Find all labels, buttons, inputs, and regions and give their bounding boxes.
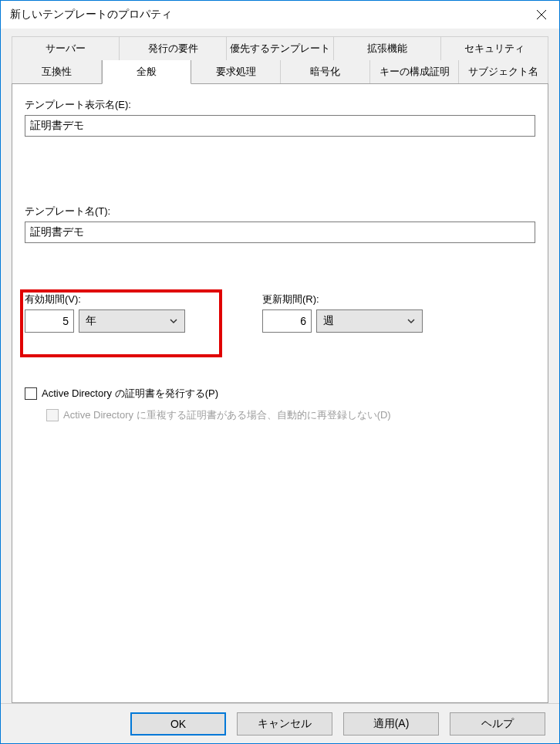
tab-container: サーバー 発行の要件 優先するテンプレート 拡張機能 セキュリティ 互換性 全般… — [12, 36, 548, 83]
tab-superseded[interactable]: 優先するテンプレート — [227, 36, 334, 60]
tab-issuance[interactable]: 発行の要件 — [120, 36, 227, 60]
ad-publish-checkbox[interactable] — [25, 387, 37, 400]
cancel-label: キャンセル — [258, 717, 312, 731]
period-row: 有効期間(V): 年 更新期間(R): 週 — [25, 293, 535, 333]
apply-label: 適用(A) — [373, 717, 410, 731]
validity-value-input[interactable] — [25, 309, 74, 333]
chevron-down-icon — [407, 316, 416, 326]
validity-unit-value: 年 — [86, 314, 96, 328]
renewal-value-input[interactable] — [262, 309, 312, 333]
validity-unit-select[interactable]: 年 — [79, 309, 185, 333]
renewal-unit-value: 週 — [323, 314, 334, 328]
template-name-label: テンプレート名(T): — [25, 205, 535, 218]
tab-security[interactable]: セキュリティ — [441, 36, 548, 60]
tab-panel-general: テンプレート表示名(E): テンプレート名(T): 有効期間(V): 年 — [12, 83, 548, 703]
dialog-window: 新しいテンプレートのプロパティ サーバー 発行の要件 優先するテンプレート 拡張… — [0, 0, 560, 744]
tab-subject-name[interactable]: サブジェクト名 — [459, 60, 548, 83]
ad-dup-label: Active Directory に重複する証明書がある場合、自動的に再登録しな… — [63, 408, 391, 422]
display-name-group: テンプレート表示名(E): — [25, 98, 535, 137]
tab-row-1: サーバー 発行の要件 優先するテンプレート 拡張機能 セキュリティ — [12, 36, 548, 60]
titlebar: 新しいテンプレートのプロパティ — [1, 1, 559, 29]
tab-extensions[interactable]: 拡張機能 — [334, 36, 441, 60]
apply-button[interactable]: 適用(A) — [343, 712, 439, 736]
ad-publish-row[interactable]: Active Directory の証明書を発行する(P) — [25, 387, 535, 401]
display-name-label: テンプレート表示名(E): — [25, 98, 535, 112]
display-name-input[interactable] — [25, 115, 535, 137]
cancel-button[interactable]: キャンセル — [237, 712, 332, 736]
template-name-input[interactable] — [25, 222, 535, 243]
validity-label: 有効期間(V): — [25, 293, 185, 306]
tab-server[interactable]: サーバー — [12, 36, 120, 60]
template-name-group: テンプレート名(T): — [25, 205, 535, 243]
chevron-down-icon — [169, 316, 178, 326]
validity-block: 有効期間(V): 年 — [25, 293, 185, 333]
ad-dup-checkbox — [46, 409, 59, 421]
help-label: ヘルプ — [481, 717, 514, 731]
help-button[interactable]: ヘルプ — [450, 712, 545, 736]
window-title: 新しいテンプレートのプロパティ — [10, 8, 172, 22]
renewal-label: 更新期間(R): — [262, 293, 423, 306]
close-button[interactable] — [524, 1, 559, 29]
ok-button[interactable]: OK — [130, 712, 226, 736]
ad-dup-row: Active Directory に重複する証明書がある場合、自動的に再登録しな… — [46, 408, 535, 422]
tab-request-handling[interactable]: 要求処理 — [191, 60, 281, 83]
button-bar: OK キャンセル 適用(A) ヘルプ — [1, 703, 559, 743]
content-area: サーバー 発行の要件 優先するテンプレート 拡張機能 セキュリティ 互換性 全般… — [1, 29, 559, 703]
tab-cryptography[interactable]: 暗号化 — [281, 60, 370, 83]
tab-row-2: 互換性 全般 要求処理 暗号化 キーの構成証明 サブジェクト名 — [12, 60, 548, 83]
ad-publish-label: Active Directory の証明書を発行する(P) — [42, 387, 218, 401]
close-icon — [537, 10, 546, 19]
tab-key-attestation[interactable]: キーの構成証明 — [370, 60, 460, 83]
tab-compatibility[interactable]: 互換性 — [12, 60, 102, 83]
renewal-block: 更新期間(R): 週 — [262, 293, 423, 333]
tab-general[interactable]: 全般 — [102, 60, 192, 84]
ok-label: OK — [170, 718, 186, 730]
renewal-unit-select[interactable]: 週 — [316, 309, 423, 333]
